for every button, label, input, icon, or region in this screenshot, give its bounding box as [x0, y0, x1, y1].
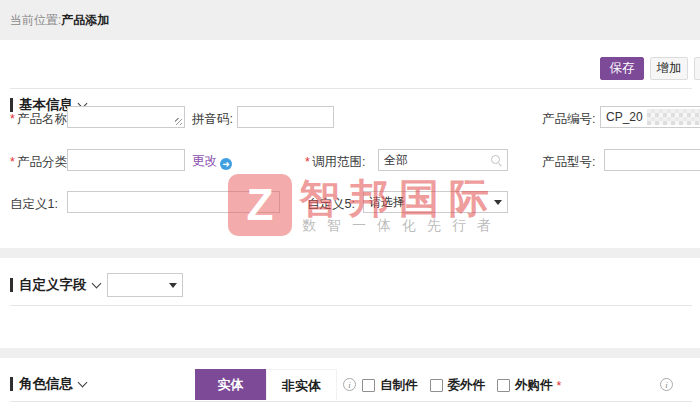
partial-button[interactable] — [694, 57, 700, 80]
scope-label: *调用范围: — [305, 154, 365, 171]
product-no-value: CP_20 — [606, 110, 643, 124]
role-info-card: 角色信息 实体 非实体 i 自制件 委外件 外购件 * i — [0, 358, 700, 412]
breadcrumb-prefix: 当前位置: — [10, 13, 61, 27]
top-bar: 当前位置:产品添加 — [0, 0, 700, 40]
checkbox-purchased[interactable] — [497, 379, 510, 392]
chevron-down-icon[interactable] — [91, 278, 101, 288]
change-link-wrap: 更改➜ — [192, 153, 232, 170]
model-input[interactable] — [604, 149, 700, 171]
save-button[interactable]: 保存 — [600, 57, 644, 80]
section-accent-bar — [10, 278, 13, 292]
scope-input[interactable]: 全部 — [378, 149, 508, 171]
product-no-input[interactable]: CP_20 — [600, 106, 700, 128]
checkbox-outsourced[interactable] — [430, 379, 443, 392]
product-name-label: *产品名称: — [10, 111, 70, 128]
model-label: 产品型号: — [542, 154, 595, 171]
checkbox-self-made[interactable] — [362, 379, 375, 392]
role-info-title: 角色信息 — [19, 375, 73, 393]
checkbox-self-made-label: 自制件 — [380, 377, 418, 394]
select-arrow-icon — [169, 283, 177, 288]
category-input[interactable] — [67, 149, 185, 171]
custom5-label: 自定义5: — [307, 196, 355, 213]
custom-fields-card: 自定义字段 — [0, 258, 700, 348]
required-marker: * — [305, 155, 310, 169]
resize-grip[interactable] — [175, 118, 182, 125]
select-arrow-icon — [494, 200, 502, 205]
custom1-input[interactable] — [67, 191, 280, 213]
custom-fields-header[interactable]: 自定义字段 — [10, 276, 100, 294]
checkbox-purchased-label: 外购件 — [515, 377, 553, 394]
redacted-mosaic — [647, 109, 700, 125]
pinyin-input[interactable] — [237, 106, 334, 128]
go-arrow-icon[interactable]: ➜ — [220, 158, 232, 170]
search-icon[interactable] — [490, 154, 502, 166]
category-label: *产品分类: — [10, 154, 70, 171]
required-marker: * — [557, 379, 562, 393]
section-gap — [0, 348, 700, 358]
section-accent-bar — [10, 377, 13, 391]
checkbox-outsourced-label: 委外件 — [448, 377, 486, 394]
product-name-input[interactable] — [67, 106, 185, 128]
scope-value: 全部 — [384, 152, 408, 169]
tab-non-entity[interactable]: 非实体 — [266, 369, 337, 400]
basic-info-card: 基本信息 保存 增加 *产品名称: 拼音码: 产品编号: CP_20 *产品分类… — [0, 40, 700, 248]
custom5-value: 请选择 — [369, 194, 405, 211]
header-divider — [10, 88, 692, 89]
required-marker: * — [10, 155, 15, 169]
custom5-select[interactable]: 请选择 — [363, 191, 508, 213]
breadcrumb-current: 产品添加 — [61, 13, 109, 27]
info-icon[interactable]: i — [343, 378, 356, 391]
pinyin-label: 拼音码: — [192, 111, 233, 128]
breadcrumb: 当前位置:产品添加 — [10, 12, 109, 29]
role-checkbox-group: 自制件 委外件 外购件 * — [362, 377, 563, 394]
custom-fields-select[interactable] — [107, 273, 183, 297]
role-info-header[interactable]: 角色信息 — [10, 375, 86, 393]
header-divider — [10, 305, 692, 306]
custom1-label: 自定义1: — [10, 196, 58, 213]
section-gap — [0, 248, 700, 258]
add-button[interactable]: 增加 — [650, 57, 688, 80]
info-icon[interactable]: i — [660, 378, 673, 391]
section-accent-bar — [10, 98, 13, 112]
tab-entity[interactable]: 实体 — [195, 369, 266, 400]
product-no-label: 产品编号: — [542, 111, 595, 128]
custom-fields-title: 自定义字段 — [19, 276, 87, 294]
change-link[interactable]: 更改 — [192, 154, 217, 168]
chevron-down-icon[interactable] — [78, 377, 88, 387]
required-marker: * — [10, 112, 15, 126]
section-divider — [10, 401, 692, 402]
